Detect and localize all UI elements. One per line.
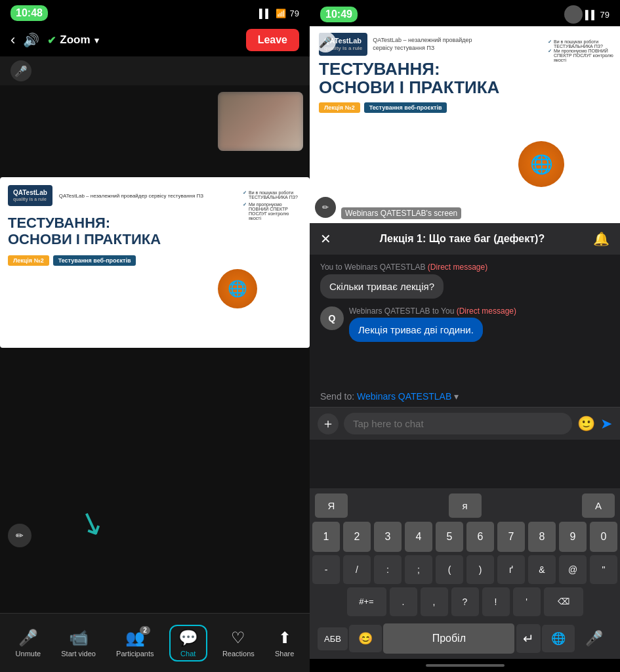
check-item-1: Ви в пошуках роботи ТЕСТУВАЛЬНИКА ПЗ? [243, 190, 302, 200]
badge-lecture: Лекція №2 [8, 255, 49, 266]
participants-badge: 2 [140, 626, 150, 635]
kb-amp[interactable]: & [528, 555, 556, 584]
kb-2[interactable]: 2 [343, 522, 371, 552]
left-toolbar: ‹ 🔊 ✔ Zoom ▾ Leave [0, 24, 310, 56]
qa-globe-icon: 🌐 [218, 269, 257, 308]
kb-ghe[interactable]: ґ [497, 555, 525, 584]
kb-8[interactable]: 8 [528, 522, 556, 552]
right-panel: 10:49 ▌▌ 79 🎤 QATestLab quality is a rul… [310, 0, 620, 672]
kb-return-button[interactable]: ↵ [516, 624, 541, 653]
mic-off-indicator: 🎤 [10, 60, 31, 81]
kb-rparen[interactable]: ) [466, 555, 494, 584]
kb-colon[interactable]: : [374, 555, 402, 584]
kb-5[interactable]: 5 [436, 522, 463, 552]
participants-button[interactable]: 👥 2 Participants [111, 626, 159, 660]
kb-exclaim[interactable]: ! [482, 587, 510, 616]
send-to-target[interactable]: Webinars QATESTLAB [357, 391, 451, 402]
keyboard-bottom-row: АБВ 😊 Пробіл ↵ 🌐 🎤 [312, 620, 617, 654]
right-edit-button[interactable]: ✏ [315, 197, 336, 218]
kb-at[interactable]: @ [559, 555, 587, 584]
reactions-button[interactable]: ♡ Reactions [217, 626, 260, 660]
keyboard-number-row: 1 2 3 4 5 6 7 8 9 0 [312, 522, 617, 552]
kb-question[interactable]: ? [451, 587, 479, 616]
kb-mic-button[interactable]: 🎤 [576, 623, 612, 654]
share-label: Share [275, 650, 294, 658]
kb-comma[interactable]: , [421, 587, 448, 616]
chat-input-row: ＋ 🙂 ➤ [310, 407, 620, 440]
start-video-button[interactable]: 📹 Start video [56, 626, 101, 660]
keyboard-symbol-row: - / : ; ( ) ґ & @ " [312, 555, 617, 584]
kb-predict-3[interactable]: А [582, 494, 615, 518]
reactions-label: Reactions [222, 650, 255, 658]
chat-input[interactable] [344, 413, 572, 434]
chat-messages: You to Webinars QATESTLAB (Direct messag… [310, 255, 620, 386]
presentation-checks: Ви в пошуках роботи ТЕСТУВАЛЬНИКА ПЗ? Ми… [243, 190, 302, 220]
send-button[interactable]: ➤ [600, 415, 612, 432]
left-time: 10:48 [10, 5, 48, 21]
keyboard-punct-row: #+= . , ? ! ' ⌫ [312, 587, 617, 616]
kb-backspace[interactable]: ⌫ [544, 587, 583, 616]
message-content-2: Webinars QATESTLAB to You (Direct messag… [349, 306, 516, 342]
kb-7[interactable]: 7 [497, 522, 525, 552]
presentation-area: QATestLab quality is a rule QATestLab – … [0, 177, 310, 348]
avatar-icon [564, 5, 583, 24]
video-icon: 📹 [69, 629, 89, 647]
kb-dash[interactable]: - [312, 555, 340, 584]
kb-slash[interactable]: / [343, 555, 371, 584]
unmute-button[interactable]: 🎤 Unmute [10, 626, 47, 660]
emoji-button[interactable]: 🙂 [577, 415, 595, 432]
chat-title: Лекція 1: Що таке баг (дефект)? [339, 233, 585, 245]
signal-icon: ▌▌ [259, 9, 271, 18]
kb-9[interactable]: 9 [559, 522, 587, 552]
chat-bell-icon[interactable]: 🔔 [593, 231, 610, 247]
right-pres-desc: QATestLab – незалежний провайдер сервісу… [373, 36, 491, 52]
kb-special[interactable]: #+= [347, 587, 386, 616]
chat-label: Chat [180, 650, 196, 658]
right-presentation: 🎤 QATestLab quality is a rule QATestLab … [310, 26, 620, 223]
left-status-bar: 10:48 ▌▌ 📶 79 [0, 0, 310, 24]
kb-period[interactable]: . [390, 587, 417, 616]
kb-apostrophe[interactable]: ' [513, 587, 541, 616]
kb-predict-1[interactable]: Я [315, 494, 348, 518]
message-row-2: Q Webinars QATESTLAB to You (Direct mess… [320, 306, 610, 342]
kb-space[interactable]: Пробіл [383, 623, 514, 654]
zoom-title: ✔ Zoom ▾ [47, 33, 98, 47]
right-badge-topic: Тестування веб-проєктів [364, 102, 447, 113]
screen-label: Webinars QATESTLAB's screen [341, 207, 461, 219]
left-status-icons: ▌▌ 📶 79 [259, 9, 299, 18]
edit-button-left[interactable]: ✏ [8, 524, 31, 547]
kb-quote[interactable]: " [590, 555, 617, 584]
unmute-icon: 🎤 [18, 629, 38, 647]
home-indicator [310, 659, 620, 672]
kb-6[interactable]: 6 [466, 522, 494, 552]
small-video [218, 92, 303, 151]
home-bar [426, 664, 505, 667]
kb-0[interactable]: 0 [590, 522, 617, 552]
chat-button[interactable]: 💬 Chat [169, 625, 207, 662]
kb-3[interactable]: 3 [374, 522, 402, 552]
wifi-icon: 📶 [276, 9, 286, 18]
zoom-label: Zoom [60, 33, 90, 47]
kb-emoji-button[interactable]: 😊 [349, 625, 382, 652]
right-battery-icon: 79 [600, 10, 610, 20]
back-button[interactable]: ‹ [10, 32, 15, 49]
chat-close-button[interactable]: ✕ [320, 231, 331, 247]
right-signal-icon: ▌▌ [585, 10, 597, 20]
video-area: QATestLab quality is a rule QATestLab – … [0, 85, 310, 613]
kb-1[interactable]: 1 [312, 522, 340, 552]
start-video-label: Start video [61, 650, 96, 658]
kb-globe-button[interactable]: 🌐 [542, 625, 575, 652]
share-button[interactable]: ⬆ Share [270, 626, 299, 660]
host-avatar: Q [320, 306, 344, 330]
keyboard-area: Я я А 1 2 3 4 5 6 7 8 9 0 - / : ; ( ) ґ … [310, 488, 620, 659]
chat-add-button[interactable]: ＋ [318, 413, 339, 434]
leave-button[interactable]: Leave [246, 29, 299, 51]
msg1-bubble: Скільки триває лекція? [320, 274, 444, 299]
kb-semicolon[interactable]: ; [405, 555, 432, 584]
video-thumbnail [218, 92, 303, 151]
kb-abc-button[interactable]: АБВ [318, 627, 348, 650]
kb-4[interactable]: 4 [405, 522, 432, 552]
kb-lparen[interactable]: ( [436, 555, 463, 584]
kb-predict-2[interactable]: я [449, 494, 482, 518]
right-status-bar: 10:49 ▌▌ 79 [310, 0, 620, 26]
